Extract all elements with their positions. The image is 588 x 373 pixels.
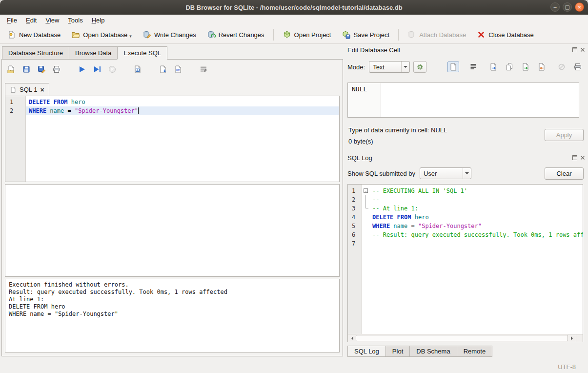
menu-file[interactable]: File	[2, 15, 21, 25]
cell-value: NULL	[348, 83, 381, 117]
log-line: DELETE FROM hero	[370, 213, 583, 222]
gear-icon	[416, 62, 425, 71]
mode-combobox[interactable]: Text	[369, 61, 410, 73]
menu-view[interactable]: View	[41, 15, 63, 25]
close-panel-icon[interactable]	[580, 155, 586, 161]
scrollbar-corner	[576, 334, 583, 342]
edit-cell-header-icons	[572, 47, 586, 53]
tab-database-structure[interactable]: Database Structure	[2, 46, 69, 60]
dock-tab-plot[interactable]: Plot	[385, 346, 410, 357]
db-close-icon	[477, 30, 486, 39]
statusbar: UTF-8	[0, 360, 588, 373]
save-sql-as-button[interactable]	[37, 65, 46, 74]
text-view-button[interactable]	[447, 62, 459, 72]
toolbar-separator	[273, 29, 274, 41]
close-button[interactable]: ×	[575, 2, 584, 12]
sql-tab[interactable]: SQL 1 ×	[5, 83, 49, 96]
main-tab-bar: Database StructureBrowse DataExecute SQL	[2, 46, 167, 60]
print-button[interactable]	[52, 65, 61, 74]
stop-button	[108, 65, 117, 74]
dock-tab-sql-log[interactable]: SQL Log	[347, 346, 386, 357]
execute-sql-panel: ab SQL 1 × 12 DELETE FROM heroWHERE name…	[1, 59, 343, 356]
tab-close-icon[interactable]: ×	[40, 86, 44, 93]
new-database-button[interactable]: New Database	[3, 28, 65, 41]
save-project-button[interactable]: Save Project	[337, 28, 394, 41]
open-database-label: Open Database	[83, 31, 127, 39]
sql-log-view[interactable]: 1234567 - -- EXECUTING ALL IN 'SQL 1'---…	[347, 184, 583, 342]
toolbar-separator	[398, 29, 399, 41]
open-sql-button[interactable]	[7, 65, 16, 74]
scrollbar-thumb[interactable]	[356, 335, 568, 341]
import-cell-button[interactable]	[520, 62, 531, 72]
align-justify-button[interactable]	[467, 62, 479, 72]
db-new-icon	[7, 30, 16, 39]
float-panel-icon[interactable]	[572, 155, 578, 161]
revert-changes-button[interactable]: Revert Changes	[203, 28, 269, 41]
tab-browse-data[interactable]: Browse Data	[69, 46, 118, 60]
new-database-label: New Database	[19, 31, 61, 39]
sql-tab-bar: SQL 1 ×	[5, 82, 49, 96]
execute-line-button[interactable]	[93, 65, 101, 74]
line-number: 4	[348, 213, 362, 222]
export-cell-button[interactable]	[536, 62, 547, 72]
encoding-label: UTF-8	[558, 363, 576, 371]
minimize-button[interactable]: –	[550, 2, 560, 12]
log-code-area: -- EXECUTING ALL IN 'SQL 1'---- At line …	[370, 185, 583, 342]
close-panel-icon[interactable]	[580, 47, 586, 53]
menu-tools[interactable]: Tools	[63, 15, 87, 25]
horizontal-scrollbar[interactable]	[348, 334, 583, 342]
find-replace-icon: ab	[174, 65, 182, 74]
clear-button[interactable]: Clear	[545, 167, 584, 180]
dock-tab-remote[interactable]: Remote	[457, 346, 493, 357]
write-changes-label: Write Changes	[154, 31, 196, 39]
close-database-label: Close Database	[488, 31, 534, 39]
log-line-numbers: 1234567	[348, 185, 362, 342]
close-database-button[interactable]: Close Database	[472, 28, 538, 41]
sql-log-header-icons	[572, 155, 586, 161]
scroll-left-button[interactable]	[348, 334, 356, 342]
open-project-button[interactable]: Open Project	[278, 28, 336, 41]
sql-editor-toolbar: ab	[7, 63, 338, 76]
dock-tab-db-schema[interactable]: DB Schema	[409, 346, 457, 357]
find-replace-button[interactable]: ab	[174, 65, 182, 74]
titlebar[interactable]: DB Browser for SQLite - /home/user/code/…	[0, 0, 588, 15]
export-csv-button[interactable]	[133, 65, 142, 74]
execute-all-button[interactable]	[78, 65, 86, 74]
sql-editor[interactable]: 12 DELETE FROM heroWHERE name = "Spider-…	[5, 96, 340, 182]
print-button[interactable]	[572, 62, 584, 72]
print-icon	[573, 62, 582, 71]
float-panel-icon[interactable]	[572, 47, 578, 53]
save-sql-button[interactable]	[22, 65, 31, 74]
write-changes-button[interactable]: Write Changes	[138, 28, 201, 41]
editor-code-area[interactable]: DELETE FROM heroWHERE name = "Spider-You…	[26, 96, 339, 182]
save-sql-as-icon	[37, 65, 46, 74]
save-as-file-button[interactable]	[504, 62, 515, 72]
menu-help[interactable]: Help	[87, 15, 109, 25]
open-database-button[interactable]: Open Database▾	[67, 28, 136, 41]
save-view-button[interactable]	[159, 65, 167, 74]
line-number: 2	[5, 106, 25, 115]
cell-size-info: 0 byte(s)	[348, 138, 373, 145]
cell-editor[interactable]: NULL	[347, 83, 579, 118]
open-file-button[interactable]	[487, 62, 499, 72]
edit-cell-title: Edit Database Cell	[347, 46, 400, 54]
log-filter-combobox[interactable]: User	[420, 167, 471, 179]
open-file-icon	[489, 62, 498, 71]
cell-settings-button[interactable]	[413, 61, 426, 73]
left-pane: Database StructureBrowse DataExecute SQL…	[0, 44, 345, 360]
line-number: 1	[348, 186, 362, 195]
maximize-button[interactable]: ▢	[563, 2, 572, 12]
line-number: 5	[348, 222, 362, 230]
scroll-right-button[interactable]	[568, 334, 576, 342]
log-line	[370, 239, 583, 248]
arrow-right-icon	[571, 336, 575, 340]
word-wrap-button[interactable]	[199, 65, 208, 74]
cell-editor-area[interactable]	[381, 83, 579, 117]
scrollbar-track[interactable]	[356, 334, 568, 342]
save-view-icon	[159, 65, 167, 74]
tab-execute-sql[interactable]: Execute SQL	[117, 46, 167, 60]
save-as-file-icon	[505, 62, 514, 71]
apply-button[interactable]: Apply	[545, 129, 584, 141]
menu-edit[interactable]: Edit	[21, 15, 41, 25]
fold-collapse-icon[interactable]: -	[364, 188, 368, 193]
